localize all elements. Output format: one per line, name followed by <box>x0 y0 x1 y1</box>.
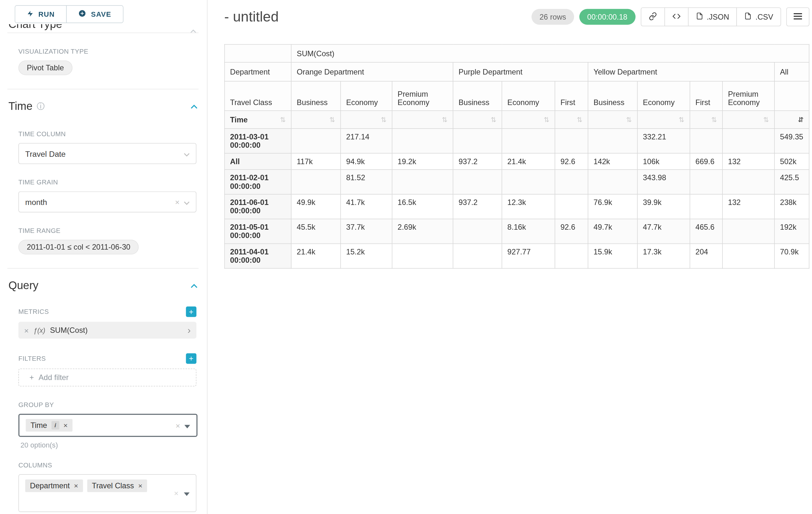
cell <box>588 170 637 194</box>
column-sort-header[interactable]: ⇅ <box>392 110 453 129</box>
save-button[interactable]: SAVE <box>66 5 123 23</box>
sort-icon[interactable]: ⇅ <box>679 116 685 124</box>
remove-tag-icon[interactable]: × <box>63 421 68 430</box>
cell: 2.69k <box>392 219 453 244</box>
lightning-icon <box>27 10 33 19</box>
cell: 937.2 <box>453 194 502 219</box>
table-row: 2011-02-01 00:00:00 81.52 343.98 425.5 <box>225 170 809 194</box>
sort-icon[interactable]: ⇅ <box>577 116 582 124</box>
cell: 21.4k <box>291 244 341 269</box>
run-button-label: RUN <box>38 10 55 18</box>
cell: 92.6 <box>555 219 588 244</box>
clear-icon[interactable]: × <box>175 197 179 207</box>
department-axis-label: Department <box>225 62 291 81</box>
share-link-button[interactable] <box>641 7 665 26</box>
column-sort-header[interactable]: ⇅ <box>637 110 690 129</box>
time-range-value[interactable]: 2011-01-01 ≤ col < 2011-06-30 <box>18 240 139 254</box>
row-label: All <box>225 153 291 170</box>
columns-tag-department[interactable]: Department × <box>25 479 83 492</box>
clear-icon[interactable]: × <box>174 489 178 497</box>
column-sort-header[interactable]: ⇅ <box>291 110 341 129</box>
column-sort-header[interactable]: ⇅ <box>555 110 588 129</box>
sort-icon[interactable]: ⇅ <box>711 116 717 124</box>
column-sort-header[interactable]: ⇅ <box>722 110 775 129</box>
sort-header-row: Time⇅ ⇅ ⇅ ⇅ ⇅ ⇅ ⇅ ⇅ ⇅ ⇅ ⇅ ⇵ <box>225 110 809 129</box>
time-sort-header[interactable]: Time⇅ <box>225 110 291 129</box>
add-metric-button[interactable]: + <box>186 306 196 317</box>
columns-select[interactable]: Department × Travel Class × × <box>18 474 196 512</box>
caret-down-icon[interactable] <box>184 197 190 207</box>
sort-icon[interactable]: ⇅ <box>381 116 387 124</box>
time-section-title: Time <box>8 100 32 112</box>
chart-title[interactable]: - untitled <box>224 9 279 25</box>
sort-icon[interactable]: ⇅ <box>329 116 335 124</box>
row-count-badge[interactable]: 26 rows <box>531 9 574 25</box>
remove-tag-icon[interactable]: × <box>74 482 78 490</box>
column-sort-header[interactable]: ⇅ <box>690 110 722 129</box>
clear-icon[interactable]: × <box>176 421 180 430</box>
group-by-label: GROUP BY <box>18 401 196 409</box>
info-icon[interactable]: ⓘ <box>37 101 45 111</box>
sort-icon[interactable]: ⇅ <box>491 116 496 124</box>
chart-type-section-header[interactable]: Chart Type <box>7 24 197 32</box>
column-sort-header[interactable]: ⇅ <box>341 110 392 129</box>
metric-item[interactable]: × ƒ(x) SUM(Cost) › <box>18 322 196 339</box>
sort-icon[interactable]: ⇅ <box>280 116 286 124</box>
sort-icon[interactable]: ⇅ <box>626 116 632 124</box>
add-filter-plus-button[interactable]: + <box>186 353 196 364</box>
cell: 549.35 <box>775 129 809 153</box>
chevron-up-icon[interactable] <box>191 102 197 111</box>
export-csv-button[interactable]: .CSV <box>736 7 781 26</box>
visualization-type-value[interactable]: Pivot Table <box>18 60 72 75</box>
cell <box>722 219 775 244</box>
sort-icon[interactable]: ⇅ <box>544 116 549 124</box>
group-by-select[interactable]: Time i × × <box>18 414 197 437</box>
caret-down-icon[interactable] <box>184 421 190 430</box>
export-json-button[interactable]: .JSON <box>688 7 737 26</box>
table-row: 2011-06-01 00:00:00 49.9k 41.7k 16.5k 93… <box>225 194 809 219</box>
result-panel: - untitled 26 rows 00:00:00.18 <box>207 0 812 514</box>
cell: 21.4k <box>502 153 555 170</box>
travel-class-header: Business <box>453 81 502 111</box>
sort-icon[interactable]: ⇅ <box>442 116 447 124</box>
chevron-up-icon[interactable] <box>191 281 197 290</box>
sort-descending-icon[interactable]: ⇵ <box>798 116 804 124</box>
column-sort-header[interactable]: ⇅ <box>453 110 502 129</box>
sort-icon[interactable]: ⇅ <box>763 116 769 124</box>
visualization-type-label: VISUALIZATION TYPE <box>18 48 196 55</box>
all-sort-header[interactable]: ⇵ <box>775 110 809 129</box>
add-filter-dropzone[interactable]: + Add filter <box>18 369 196 386</box>
column-sort-header[interactable]: ⇅ <box>588 110 637 129</box>
cell <box>588 129 637 153</box>
caret-down-icon[interactable] <box>184 489 190 497</box>
caret-right-icon[interactable]: › <box>187 325 191 335</box>
header-actions: 26 rows 00:00:00.18 <box>531 7 809 26</box>
embed-code-button[interactable] <box>664 7 688 26</box>
run-button[interactable]: RUN <box>15 5 67 23</box>
more-options-button[interactable] <box>786 7 809 26</box>
cell: 117k <box>291 153 341 170</box>
chevron-up-icon[interactable] <box>190 26 196 32</box>
metrics-label: METRICS <box>18 308 49 316</box>
time-section-header[interactable]: Time ⓘ <box>8 100 197 112</box>
explore-app: RUN SAVE Chart Type VISUALIZATION TYPE P… <box>0 0 812 514</box>
group-by-tag-time[interactable]: Time i × <box>26 419 72 431</box>
cell <box>392 170 453 194</box>
column-sort-header[interactable]: ⇅ <box>502 110 555 129</box>
tag-info-icon[interactable]: i <box>51 421 59 430</box>
cell <box>502 129 555 153</box>
cell <box>502 170 555 194</box>
time-grain-select[interactable]: month × <box>18 191 196 212</box>
caret-down-icon[interactable] <box>184 149 190 158</box>
remove-tag-icon[interactable]: × <box>138 482 142 490</box>
time-column-select[interactable]: Travel Date <box>18 143 196 164</box>
columns-tag-travel-class[interactable]: Travel Class × <box>87 479 147 492</box>
cell <box>555 194 588 219</box>
cell <box>453 219 502 244</box>
table-row: 2011-05-01 00:00:00 45.5k 37.7k 2.69k 8.… <box>225 219 809 244</box>
save-button-label: SAVE <box>91 10 111 18</box>
query-section-title: Query <box>8 279 38 292</box>
cell: 142k <box>588 153 637 170</box>
remove-metric-icon[interactable]: × <box>24 326 29 335</box>
query-section-header[interactable]: Query <box>8 279 197 292</box>
